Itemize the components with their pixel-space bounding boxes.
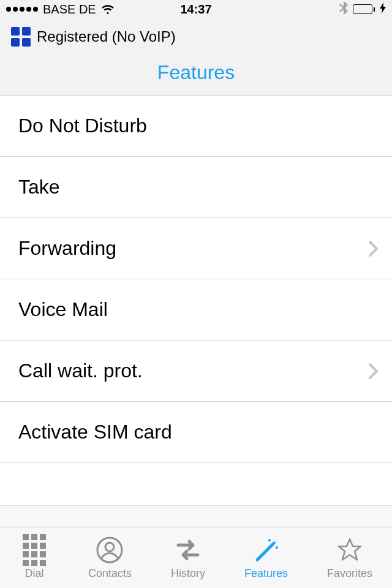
feature-label: Do Not Disturb	[18, 115, 147, 137]
status-time: 14:37	[180, 2, 211, 17]
feature-label: Forwarding	[18, 237, 116, 260]
keypad-icon	[20, 535, 49, 565]
svg-point-1	[105, 543, 114, 551]
signal-strength-icon	[6, 7, 38, 12]
battery-icon	[353, 4, 375, 14]
svg-point-4	[276, 546, 278, 549]
tab-label: History	[171, 567, 205, 580]
feature-label: Voice Mail	[18, 298, 108, 321]
charging-icon	[380, 2, 386, 16]
status-left: BASE DE	[6, 2, 115, 17]
tab-features[interactable]: Features	[244, 535, 288, 580]
history-icon	[173, 535, 203, 565]
tab-favorites[interactable]: Favorites	[327, 535, 372, 580]
tab-label: Favorites	[327, 567, 372, 580]
chevron-right-icon	[369, 363, 379, 379]
bluetooth-icon	[339, 1, 348, 18]
tab-bar: Dial Contacts History Features Favorites	[0, 527, 392, 588]
feature-do-not-disturb[interactable]: Do Not Disturb	[0, 96, 392, 157]
svg-point-3	[268, 539, 271, 541]
chevron-right-icon	[369, 241, 379, 257]
page-title: Features	[0, 50, 392, 95]
app-grid-icon	[11, 27, 31, 47]
feature-call-wait-prot[interactable]: Call wait. prot.	[0, 341, 392, 402]
list-spacer	[0, 463, 392, 506]
feature-label: Call wait. prot.	[18, 360, 143, 382]
wand-icon	[251, 535, 281, 565]
feature-voice-mail[interactable]: Voice Mail	[0, 279, 392, 341]
tab-label: Features	[244, 567, 288, 580]
feature-take[interactable]: Take	[0, 157, 392, 218]
tab-label: Dial	[24, 567, 43, 580]
carrier-label: BASE DE	[43, 2, 96, 17]
tab-dial[interactable]: Dial	[20, 535, 49, 580]
contacts-icon	[95, 535, 124, 565]
tab-label: Contacts	[88, 567, 132, 580]
status-bar: BASE DE 14:37	[0, 0, 392, 18]
feature-label: Take	[18, 176, 60, 198]
status-right	[339, 1, 386, 18]
wifi-icon	[101, 4, 115, 15]
tab-history[interactable]: History	[171, 535, 205, 580]
feature-label: Activate SIM card	[18, 421, 172, 443]
features-list: Do Not Disturb Take Forwarding Voice Mai…	[0, 96, 392, 506]
feature-activate-sim[interactable]: Activate SIM card	[0, 402, 392, 463]
registration-status-label: Registered (No VoIP)	[37, 28, 176, 45]
app-header: Registered (No VoIP) Features	[0, 18, 392, 96]
svg-point-2	[273, 541, 276, 544]
registration-status-row: Registered (No VoIP)	[0, 18, 392, 50]
tab-contacts[interactable]: Contacts	[88, 535, 132, 580]
star-icon	[335, 535, 364, 565]
feature-forwarding[interactable]: Forwarding	[0, 218, 392, 279]
